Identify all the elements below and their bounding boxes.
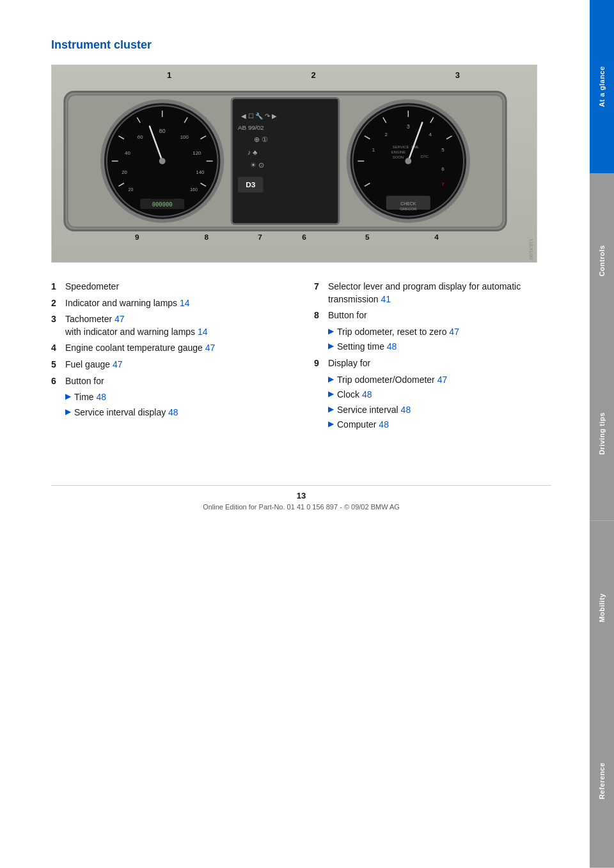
item-2-number: 2 xyxy=(51,297,65,310)
footer-text: Online Edition for Part-No. 01 41 0 156 … xyxy=(203,503,400,511)
image-credit: 11EXL00 xyxy=(528,238,534,260)
arrow-icon-1: ▶ xyxy=(65,391,71,404)
callout-2: 2 xyxy=(311,70,315,80)
item-9: 9 Display for xyxy=(314,357,551,370)
description-area: 1 Speedometer 2 Indicator and warning la… xyxy=(51,281,551,434)
item-6-sub-2: ▶ Service interval display 48 xyxy=(65,407,288,419)
svg-text:5: 5 xyxy=(365,233,370,242)
item-9-sub-2-text: Clock 48 xyxy=(337,389,372,401)
svg-text:7: 7 xyxy=(441,182,444,187)
arrow-icon-6: ▶ xyxy=(328,389,334,401)
svg-text:D3: D3 xyxy=(246,180,256,189)
svg-text:160: 160 xyxy=(190,187,198,192)
svg-text:DTC: DTC xyxy=(421,155,429,159)
arrow-icon-8: ▶ xyxy=(328,419,334,431)
item-4: 4 Engine coolant temperature gauge 47 xyxy=(51,342,288,355)
sidebar: At a glance Controls Driving tips Mobili… xyxy=(590,0,614,868)
item-8-sub-1-text: Trip odometer, reset to zero 47 xyxy=(337,326,459,339)
svg-text:5: 5 xyxy=(441,147,445,153)
svg-text:♪  ♣: ♪ ♣ xyxy=(248,148,258,156)
item-8-text: Button for xyxy=(328,309,551,322)
item-6-sub-1-text: Time 48 xyxy=(74,391,106,404)
svg-text:140: 140 xyxy=(196,169,205,175)
svg-point-58 xyxy=(405,158,411,164)
item-1: 1 Speedometer xyxy=(51,281,288,293)
item-9-sub-1-text: Trip odometer/Odometer 47 xyxy=(337,374,447,387)
arrow-icon-7: ▶ xyxy=(328,404,334,417)
item-7-text: Selector lever and program display for a… xyxy=(328,281,551,306)
item-6-sub-2-ref[interactable]: 48 xyxy=(168,407,178,417)
item-9-sub-2: ▶ Clock 48 xyxy=(328,389,551,401)
item-7-ref[interactable]: 41 xyxy=(381,294,391,304)
item-4-text: Engine coolant temperature gauge 47 xyxy=(65,342,288,355)
svg-text:2: 2 xyxy=(385,132,388,137)
svg-text:000000: 000000 xyxy=(152,201,173,208)
svg-text:CHECK: CHECK xyxy=(400,201,416,206)
item-6-number: 6 xyxy=(51,375,65,388)
svg-text:80: 80 xyxy=(159,128,166,134)
svg-text:40: 40 xyxy=(125,150,130,156)
section-title: Instrument cluster xyxy=(51,38,551,52)
item-5: 5 Fuel gauge 47 xyxy=(51,359,288,371)
svg-text:GREGOR: GREGOR xyxy=(400,207,416,211)
item-4-ref[interactable]: 47 xyxy=(205,343,216,353)
item-9-sub-3: ▶ Service interval 48 xyxy=(328,404,551,417)
item-9-number: 9 xyxy=(314,357,328,370)
svg-text:4: 4 xyxy=(429,132,432,137)
sidebar-tab-controls[interactable]: Controls xyxy=(590,174,614,348)
item-9-sub-1-ref[interactable]: 47 xyxy=(437,375,448,385)
svg-text:6: 6 xyxy=(302,233,306,242)
page-number: 13 xyxy=(51,491,551,500)
arrow-icon-2: ▶ xyxy=(65,407,71,419)
sidebar-tab-at-a-glance[interactable]: At a glance xyxy=(590,0,614,174)
item-5-text: Fuel gauge 47 xyxy=(65,359,288,371)
cluster-diagram: 80 60 100 40 120 20 140 20 160 240 260 0… xyxy=(58,75,512,247)
item-8-sub-2: ▶ Setting time 48 xyxy=(328,341,551,353)
footer: 13 Online Edition for Part-No. 01 41 0 1… xyxy=(51,485,551,523)
svg-text:ENGINE: ENGINE xyxy=(391,150,406,154)
svg-text:60: 60 xyxy=(138,134,143,140)
sidebar-tab-driving-tips[interactable]: Driving tips xyxy=(590,347,614,521)
item-6: 6 Button for xyxy=(51,375,288,388)
item-8-sub-2-text: Setting time 48 xyxy=(337,341,397,353)
arrow-icon-3: ▶ xyxy=(328,326,334,339)
svg-text:7: 7 xyxy=(258,233,262,242)
item-9-sub-2-ref[interactable]: 48 xyxy=(362,389,372,399)
item-8-sub-1-ref[interactable]: 47 xyxy=(449,327,459,337)
cluster-image: 1 2 3 xyxy=(51,65,537,263)
item-2: 2 Indicator and warning lamps 14 xyxy=(51,297,288,310)
item-2-ref[interactable]: 14 xyxy=(180,298,190,308)
item-8: 8 Button for xyxy=(314,309,551,322)
item-1-text: Speedometer xyxy=(65,281,288,293)
item-5-number: 5 xyxy=(51,359,65,371)
item-3-sub-ref[interactable]: 14 xyxy=(198,327,208,337)
svg-text:9: 9 xyxy=(135,233,139,242)
item-9-sub-4: ▶ Computer 48 xyxy=(328,419,551,431)
svg-text:1: 1 xyxy=(372,147,375,153)
svg-text:AB  99/02: AB 99/02 xyxy=(238,124,264,131)
item-8-sub-1: ▶ Trip odometer, reset to zero 47 xyxy=(328,326,551,339)
svg-text:◀ ☐ 🔧 ↷ ▶: ◀ ☐ 🔧 ↷ ▶ xyxy=(241,112,277,120)
item-6-sub-1-ref[interactable]: 48 xyxy=(96,392,106,402)
sidebar-tab-mobility[interactable]: Mobility xyxy=(590,521,614,695)
item-6-text: Button for xyxy=(65,375,288,388)
item-9-sub-4-ref[interactable]: 48 xyxy=(379,419,389,430)
svg-text:20: 20 xyxy=(122,169,127,175)
item-3-ref[interactable]: 47 xyxy=(114,314,125,324)
main-content: Instrument cluster 1 2 3 xyxy=(0,0,590,549)
left-description-column: 1 Speedometer 2 Indicator and warning la… xyxy=(51,281,288,434)
item-9-sub-3-ref[interactable]: 48 xyxy=(401,405,411,415)
item-9-sub-1: ▶ Trip odometer/Odometer 47 xyxy=(328,374,551,387)
item-9-text: Display for xyxy=(328,357,551,370)
item-8-sub-2-ref[interactable]: 48 xyxy=(387,341,397,352)
callout-3: 3 xyxy=(455,70,460,80)
svg-text:3: 3 xyxy=(407,123,410,130)
svg-text:⊕ ①: ⊕ ① xyxy=(254,136,268,143)
arrow-icon-4: ▶ xyxy=(328,341,334,353)
svg-text:120: 120 xyxy=(193,150,201,156)
item-5-ref[interactable]: 47 xyxy=(113,359,123,369)
svg-text:100: 100 xyxy=(180,134,189,140)
sidebar-tab-reference[interactable]: Reference xyxy=(590,694,614,868)
svg-text:4: 4 xyxy=(434,233,439,242)
svg-text:☀  ⊙: ☀ ⊙ xyxy=(250,161,264,169)
